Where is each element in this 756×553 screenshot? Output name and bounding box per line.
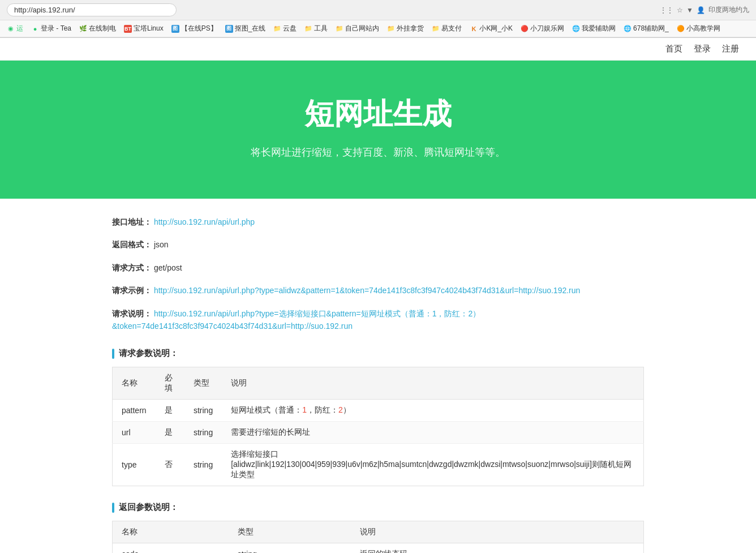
bookmark-xiaodao[interactable]: 🔴 小刀娱乐网 [518, 23, 566, 35]
nav-register[interactable]: 注册 [722, 44, 739, 54]
browser-icons: ⋮⋮ ☆ ▼ 👤 印度两地约九 [660, 5, 749, 15]
bookmark-yunlucky[interactable]: ◉ 运 [5, 23, 25, 35]
param-required-type: 否 [156, 444, 184, 486]
request-params-thead: 名称 必填 类型 说明 [113, 367, 644, 400]
hero-section: 短网址生成 将长网址进行缩短，支持百度、新浪、腾讯短网址等等。 [0, 61, 756, 199]
response-params-thead: 名称 类型 说明 [113, 521, 644, 543]
bookmark-label-678: 678辅助网_ [633, 24, 669, 33]
bookmark-koutu[interactable]: 图 抠图_在线 [223, 23, 268, 35]
param-name-pattern: pattern [113, 400, 156, 422]
api-example-row: 请求示例： http://suo.192.run/api/url.php?typ… [112, 284, 644, 297]
resp-col-type: 类型 [229, 521, 351, 543]
num2: 2 [338, 405, 343, 414]
bookmark-baota[interactable]: BT 宝塔Linux [122, 23, 166, 35]
response-params-table: 名称 类型 说明 code string 返回的状态码 dwz string 返… [112, 521, 644, 553]
bookmark-label-wofuzhu: 我爱辅助网 [582, 24, 616, 33]
format-value: json [154, 240, 169, 249]
param-required-url: 是 [156, 422, 184, 444]
param-desc-pattern: 短网址模式（普通：1，防红：2） [222, 400, 643, 422]
bookmark-label-tea: 登录 - Tea [41, 24, 71, 33]
table-row: pattern 是 string 短网址模式（普通：1，防红：2） [113, 400, 644, 422]
bookmark-icon-xiaogao: 🟠 [677, 25, 685, 33]
bookmark-icon-ps: 图 [171, 25, 179, 33]
param-type-type: string [184, 444, 222, 486]
bookmark-icon-wofuzhu: 🌐 [572, 25, 580, 33]
site-nav: 首页 登录 注册 [0, 38, 756, 61]
bookmark-tools[interactable]: 📁 工具 [302, 23, 330, 35]
bookmark-xiaogao[interactable]: 🟠 小高教学网 [675, 23, 723, 35]
example-label: 请求示例： [112, 286, 152, 295]
bookmark-icon-koutu: 图 [225, 25, 233, 33]
response-params-tbody: code string 返回的状态码 dwz string 返回缩短后的短网址 … [113, 543, 644, 553]
desc-label: 请求说明： [112, 309, 152, 318]
param-desc-url: 需要进行缩短的长网址 [222, 422, 643, 444]
bookmark-icon-mysite: 📁 [336, 25, 343, 33]
nav-login[interactable]: 登录 [694, 44, 711, 54]
browser-label: 印度两地约九 [708, 5, 749, 15]
endpoint-value[interactable]: http://suo.192.run/api/url.php [154, 217, 255, 226]
bookmark-label-waigua: 外挂拿货 [397, 24, 424, 33]
example-value[interactable]: http://suo.192.run/api/url.php?type=alid… [154, 286, 580, 295]
table-row: url 是 string 需要进行缩短的长网址 [113, 422, 644, 444]
avatar-icon: 👤 [697, 6, 705, 14]
bookmark-icon-xiaodao: 🔴 [521, 25, 529, 33]
method-value: get/post [154, 263, 182, 272]
bookmark-pay[interactable]: 📁 易支付 [429, 23, 464, 35]
table-row: code string 返回的状态码 [113, 543, 644, 553]
bookmark-label-baota: 宝塔Linux [134, 24, 164, 33]
request-params-heading: 请求参数说明： [112, 348, 644, 359]
method-label: 请求方式： [112, 263, 152, 272]
bookmark-label-xiaok: 小K网_小K [479, 24, 513, 33]
bookmark-icon-pay: 📁 [432, 25, 440, 33]
bookmark-label-tools: 工具 [314, 24, 328, 33]
request-params-header-row: 名称 必填 类型 说明 [113, 367, 644, 400]
response-params-heading: 返回参数说明： [112, 502, 644, 513]
bookmark-icon-waigua: 📁 [387, 25, 395, 33]
bookmark-wofuzhu[interactable]: 🌐 我爱辅助网 [570, 23, 618, 35]
param-desc-type: 选择缩短接口[alidwz|link|192|130|004|959|939|u… [222, 444, 643, 486]
resp-type-code: string [229, 543, 351, 553]
desc-value[interactable]: http://suo.192.run/api/url.php?type=选择缩短… [112, 309, 480, 331]
num1: 1 [302, 405, 307, 414]
url-text: http://apis.192.run/ [7, 3, 177, 16]
col-required: 必填 [156, 367, 184, 400]
request-params-tbody: pattern 是 string 短网址模式（普通：1，防红：2） url 是 … [113, 400, 644, 486]
bookmark-waigua[interactable]: 📁 外挂拿货 [385, 23, 426, 35]
api-endpoint-row: 接口地址： http://suo.192.run/api/url.php [112, 216, 644, 228]
param-type-pattern: string [184, 400, 222, 422]
response-params-header-row: 名称 类型 说明 [113, 521, 644, 543]
browser-chrome: http://apis.192.run/ ⋮⋮ ☆ ▼ 👤 印度两地约九 ◉ 运… [0, 0, 756, 38]
bookmark-icon-678: 🌐 [624, 25, 632, 33]
bookmark-label-yunpan: 云盘 [283, 24, 297, 33]
endpoint-label: 接口地址： [112, 217, 152, 226]
request-params-heading-text: 请求参数说明： [119, 348, 178, 359]
col-desc: 说明 [222, 367, 643, 400]
hero-title: 短网址生成 [11, 95, 745, 134]
param-name-url: url [113, 422, 156, 444]
request-params-table: 名称 必填 类型 说明 pattern 是 string 短网址模式（普通：1，… [112, 367, 644, 486]
bookmark-label-online-elec: 在线制电 [89, 24, 116, 33]
main-content: 接口地址： http://suo.192.run/api/url.php 返回格… [67, 199, 689, 553]
bookmark-ps[interactable]: 图 【在线PS】 [169, 23, 220, 35]
resp-name-code: code [113, 543, 229, 553]
bookmark-online-elec[interactable]: 🌿 在线制电 [77, 23, 118, 35]
bookmark-tea[interactable]: ● 登录 - Tea [29, 23, 74, 35]
api-method-row: 请求方式： get/post [112, 262, 644, 274]
bookmark-xiaok[interactable]: K 小K网_小K [467, 23, 515, 35]
bookmark-yunpan[interactable]: 📁 云盘 [271, 23, 299, 35]
url-bar[interactable]: http://apis.192.run/ ⋮⋮ ☆ ▼ 👤 印度两地约九 [0, 0, 756, 20]
bookmark-label-yunlucky: 运 [16, 24, 23, 33]
param-required-pattern: 是 [156, 400, 184, 422]
star-icon[interactable]: ☆ [677, 6, 683, 14]
param-name-type: type [113, 444, 156, 486]
bookmark-icon-online-elec: 🌿 [79, 25, 87, 33]
resp-col-desc: 说明 [351, 521, 644, 543]
nav-home[interactable]: 首页 [665, 44, 682, 54]
bookmark-mysite[interactable]: 📁 自己网站内 [333, 23, 381, 35]
resp-desc-code: 返回的状态码 [351, 543, 644, 553]
bookmark-678[interactable]: 🌐 678辅助网_ [621, 23, 671, 35]
bookmark-icon-baota: BT [124, 25, 132, 33]
col-name: 名称 [113, 367, 156, 400]
bookmark-label-koutu: 抠图_在线 [235, 24, 266, 33]
bookmark-label-xiaodao: 小刀娱乐网 [530, 24, 564, 33]
